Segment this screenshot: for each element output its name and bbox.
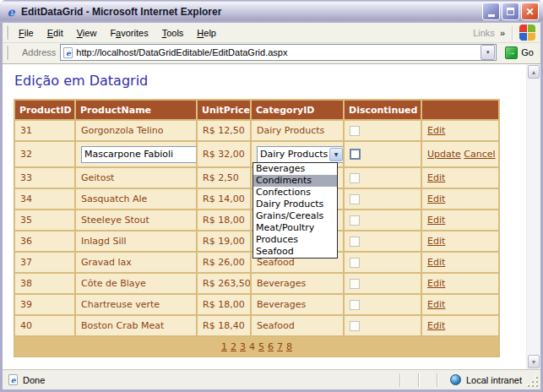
close-button[interactable]: ✕: [521, 3, 539, 20]
minimize-button[interactable]: [482, 3, 500, 20]
edit-link[interactable]: Edit: [427, 257, 445, 268]
discontinued-checkbox[interactable]: [350, 321, 360, 331]
menu-help[interactable]: Help: [190, 25, 223, 41]
cell-discontinued: [344, 273, 421, 294]
menu-tools[interactable]: Tools: [155, 25, 191, 41]
page-content: Edição em Datagrid ProductID ProductName…: [3, 64, 540, 369]
cell-discontinued: [344, 231, 421, 252]
edit-link[interactable]: Edit: [427, 236, 445, 247]
table-row: 31 Gorgonzola Telino R$ 12,50 Dairy Prod…: [14, 120, 499, 141]
cell-discontinued: [344, 167, 421, 188]
dropdown-option-highlighted[interactable]: Condiments: [253, 175, 337, 187]
cell-product-id: 34: [14, 188, 75, 210]
discontinued-checkbox[interactable]: [350, 126, 360, 136]
menu-view[interactable]: View: [70, 25, 104, 41]
table-row: 38 Côte de Blaye R$ 263,50 Beverages Edi…: [14, 273, 499, 294]
vertical-scrollbar[interactable]: ▲ ▼: [526, 64, 540, 369]
dropdown-option[interactable]: Dairy Products: [253, 199, 337, 210]
cell-unit-price: R$ 19,00: [197, 231, 251, 252]
toolbar-separator: [512, 25, 513, 41]
menu-edit[interactable]: Edit: [41, 25, 70, 41]
cell-product-name: Steeleye Stout: [75, 210, 197, 231]
cell-unit-price: R$ 26,00: [197, 252, 251, 273]
discontinued-checkbox[interactable]: [350, 149, 361, 160]
discontinued-checkbox[interactable]: [350, 194, 360, 204]
scroll-up-button[interactable]: ▲: [528, 65, 540, 79]
cell-product-id: 36: [14, 231, 75, 252]
menu-file[interactable]: File: [12, 25, 41, 41]
dropdown-option[interactable]: Seafood: [253, 246, 337, 258]
chevron-down-icon[interactable]: ▼: [329, 148, 343, 161]
col-actions: [421, 100, 499, 120]
scroll-down-button[interactable]: ▼: [528, 355, 540, 368]
discontinued-checkbox[interactable]: [350, 237, 360, 247]
pager-link[interactable]: 2: [231, 341, 236, 352]
cell-actions: Edit: [421, 273, 499, 294]
col-discontinued: Discontinued: [344, 100, 421, 120]
status-bar: e Done Local intranet: [3, 369, 540, 389]
discontinued-checkbox[interactable]: [350, 300, 360, 310]
cell-product-name: Geitost: [75, 167, 197, 188]
category-dropdown-list: Beverages Condiments Confections Dairy P…: [252, 162, 338, 259]
dropdown-option[interactable]: Produces: [253, 234, 337, 246]
windows-logo-icon: [519, 24, 536, 41]
product-name-input[interactable]: [81, 146, 197, 163]
pager-link[interactable]: 7: [277, 341, 283, 352]
edit-link[interactable]: Edit: [427, 320, 445, 331]
cell-actions: Edit: [421, 120, 499, 141]
dropdown-option[interactable]: Meat/Poultry: [253, 222, 337, 234]
discontinued-checkbox[interactable]: [350, 173, 360, 183]
edit-link[interactable]: Edit: [427, 193, 445, 204]
cell-discontinued: [344, 141, 421, 167]
menu-favorites[interactable]: Favorites: [103, 25, 155, 41]
discontinued-checkbox[interactable]: [350, 279, 360, 289]
pager-link[interactable]: 3: [240, 341, 246, 352]
chevron-overflow-icon[interactable]: »: [500, 28, 505, 38]
dropdown-option[interactable]: Grains/Cereals: [253, 210, 337, 222]
pager-link[interactable]: 8: [286, 341, 292, 352]
pager-link[interactable]: 5: [258, 341, 264, 352]
cell-product-name: Boston Crab Meat: [75, 315, 197, 336]
discontinued-checkbox[interactable]: [350, 215, 360, 226]
cell-product-name: Côte de Blaye: [75, 273, 197, 294]
toolbar-grip[interactable]: [6, 25, 8, 40]
cell-actions: Edit: [421, 315, 499, 336]
security-zone-text: Local intranet: [466, 375, 522, 385]
cell-product-name: [75, 141, 197, 167]
links-toolbar-label[interactable]: Links: [473, 28, 495, 38]
cell-actions: Update Cancel: [421, 141, 499, 167]
cell-product-id: 38: [14, 273, 75, 294]
go-button[interactable]: → Go: [501, 43, 538, 62]
edit-link[interactable]: Edit: [427, 215, 445, 226]
page-icon: e: [63, 47, 73, 58]
col-product-id: ProductID: [14, 100, 75, 120]
edit-link[interactable]: Edit: [427, 125, 445, 136]
status-panel-separator: [399, 373, 401, 387]
edit-link[interactable]: Edit: [427, 172, 445, 183]
toolbar-grip[interactable]: [6, 46, 8, 60]
address-input[interactable]: e http://localhost/DataGridEditable/Edit…: [60, 44, 497, 61]
resize-grip[interactable]: [527, 376, 539, 388]
cell-product-id: 39: [14, 294, 75, 315]
pager: 12345678: [14, 336, 499, 357]
address-dropdown-button[interactable]: ▼: [481, 45, 495, 60]
pager-current-page: 4: [249, 341, 255, 352]
menu-bar: File Edit View Favorites Tools Help Link…: [3, 23, 540, 43]
document-icon: e: [8, 374, 18, 385]
dropdown-option[interactable]: Beverages: [253, 163, 337, 175]
edit-link[interactable]: Edit: [427, 278, 445, 289]
edit-link[interactable]: Edit: [427, 299, 445, 310]
cell-discontinued: [344, 210, 421, 231]
update-link[interactable]: Update: [427, 149, 461, 160]
dropdown-option[interactable]: Confections: [253, 187, 337, 199]
maximize-button[interactable]: [502, 3, 519, 20]
col-category-id: CategoryID: [251, 100, 344, 120]
category-select[interactable]: Dairy Products ▼: [257, 146, 344, 163]
discontinued-checkbox[interactable]: [350, 258, 360, 268]
pager-link[interactable]: 1: [221, 341, 227, 352]
title-bar: e EditDataGrid - Microsoft Internet Expl…: [0, 0, 543, 23]
address-bar: Address e http://localhost/DataGridEdita…: [3, 43, 540, 64]
cell-actions: Edit: [421, 210, 499, 231]
cancel-link[interactable]: Cancel: [464, 149, 495, 160]
pager-link[interactable]: 6: [268, 341, 274, 352]
